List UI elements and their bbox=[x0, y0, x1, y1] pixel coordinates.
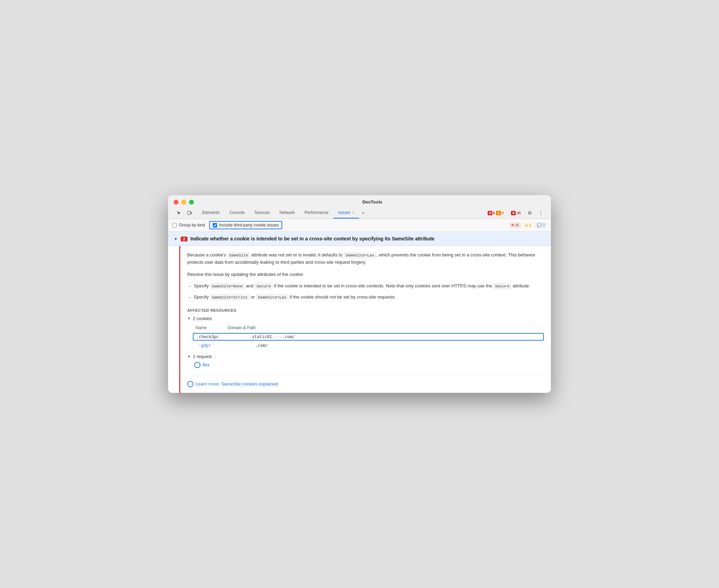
samesite-lax-code-2: SameSite=Lax bbox=[256, 294, 289, 300]
maximize-button[interactable] bbox=[189, 200, 194, 205]
col-name-header: Name bbox=[196, 325, 207, 330]
affected-resources: AFFECTED RESOURCES ▼ 2 cookies Name Doma… bbox=[187, 308, 544, 368]
error-warning-badge[interactable]: ✕ 6 ⚠ 9 bbox=[485, 210, 506, 216]
issue-group-header[interactable]: ▼ 2 Indicate whether a cookie is intende… bbox=[168, 232, 551, 246]
titlebar: DevTools Elements C bbox=[168, 195, 551, 219]
svg-rect-1 bbox=[191, 212, 192, 214]
samesite-lax-code: SameSite=Lax bbox=[344, 252, 376, 258]
toolbar-error-badge: ✕ 35 bbox=[509, 222, 521, 228]
group-by-kind-input[interactable] bbox=[172, 223, 177, 228]
request-expand-icon: ▼ bbox=[187, 355, 191, 358]
close-button[interactable] bbox=[174, 200, 179, 205]
tab-network[interactable]: Network bbox=[275, 207, 300, 218]
expand-arrow-icon: ▼ bbox=[174, 237, 178, 241]
secure-code-1: Secure bbox=[255, 283, 272, 289]
tabs-right: ✕ 6 ⚠ 9 ✕ 35 ⚙ ⋮ bbox=[485, 209, 546, 217]
cookies-table: Name Domain & Path .check3pc static01.··… bbox=[193, 324, 544, 348]
samesite-none-code: SameSite=None bbox=[210, 283, 245, 289]
issue-detail: Because a cookie's SameSite attribute wa… bbox=[179, 246, 551, 392]
toolbar-error-count: 35 bbox=[515, 223, 519, 227]
request-count-label: 1 request bbox=[193, 354, 212, 359]
issues-count: 35 bbox=[517, 211, 521, 215]
traffic-lights bbox=[174, 200, 194, 205]
error-count: 6 bbox=[493, 211, 495, 215]
warning-icon: ⚠ bbox=[496, 211, 501, 215]
issue-count-badge: 2 bbox=[181, 237, 188, 241]
cookie-2-link[interactable]: -gdpr bbox=[198, 343, 213, 348]
tab-console[interactable]: Console bbox=[224, 207, 250, 218]
issues-tab-close[interactable]: × bbox=[353, 211, 355, 215]
learn-more-section: → Learn more: SameSite cookies explained bbox=[187, 375, 544, 387]
table-row[interactable]: .check3pc static01.···.com/ bbox=[193, 333, 544, 341]
request-group: ▼ 1 request ↓ flex bbox=[187, 354, 544, 368]
toolbar-info-count: 7 bbox=[543, 223, 545, 227]
device-icon[interactable] bbox=[185, 208, 195, 218]
minimize-button[interactable] bbox=[181, 200, 186, 205]
affected-label: AFFECTED RESOURCES bbox=[187, 308, 544, 312]
more-options-icon[interactable]: ⋮ bbox=[536, 209, 545, 217]
learn-more-link[interactable]: → Learn more: SameSite cookies explained bbox=[187, 381, 544, 387]
samesite-strict-code: SameSite=Strict bbox=[210, 294, 250, 300]
cookies-expand-icon: ▼ bbox=[187, 317, 191, 320]
toolbar-badges: ✕ 35 ⚠ 1 💬 7 bbox=[509, 222, 547, 228]
svg-rect-0 bbox=[188, 211, 190, 215]
bullet-arrow-1: → bbox=[187, 283, 192, 290]
error-icon: ✕ bbox=[488, 211, 492, 215]
bullet-1-text: Specify SameSite=None and Secure if the … bbox=[194, 283, 530, 290]
group-by-kind-checkbox[interactable]: Group by kind bbox=[172, 223, 205, 228]
more-tabs-button[interactable]: » bbox=[359, 208, 367, 218]
request-flex-link[interactable]: flex bbox=[203, 362, 210, 367]
toolbar-warning-badge: ⚠ 1 bbox=[523, 222, 533, 228]
request-download-icon: ↓ bbox=[194, 362, 200, 368]
third-party-cookie-checkbox[interactable]: Include third-party cookie issues bbox=[209, 221, 282, 229]
tabs-row: Elements Console Sources Network Perform… bbox=[174, 207, 545, 218]
third-party-cookie-input[interactable] bbox=[213, 223, 217, 228]
issue-description: Because a cookie's SameSite attribute wa… bbox=[187, 252, 544, 266]
window-title: DevTools bbox=[199, 199, 545, 205]
tab-issues[interactable]: Issues × bbox=[333, 207, 360, 218]
issues-error-icon: ✕ bbox=[511, 211, 516, 215]
resolve-text: Resolve this issue by updating the attri… bbox=[187, 272, 544, 277]
bullet-item-1: → Specify SameSite=None and Secure if th… bbox=[187, 283, 544, 290]
bullet-2-text: Specify SameSite=Strict or SameSite=Lax … bbox=[194, 294, 396, 301]
bullet-arrow-2: → bbox=[187, 294, 192, 301]
tab-performance[interactable]: Performance bbox=[300, 207, 333, 218]
cookie-1-name: .check3pc bbox=[196, 334, 252, 339]
devtools-window: DevTools Elements C bbox=[168, 195, 551, 392]
toolbar-info-badge: 💬 7 bbox=[535, 222, 547, 228]
bullet-item-2: → Specify SameSite=Strict or SameSite=La… bbox=[187, 294, 544, 301]
request-group-header[interactable]: ▼ 1 request bbox=[187, 354, 544, 359]
settings-gear-icon[interactable]: ⚙ bbox=[526, 209, 534, 217]
cookie-1-domain: static01.···.com/ bbox=[252, 334, 295, 339]
request-row: ↓ flex bbox=[194, 362, 544, 368]
secure-code-2: Secure bbox=[493, 283, 511, 289]
samesite-code: SameSite bbox=[227, 252, 250, 258]
cookie-2-domain: .com/ bbox=[255, 343, 268, 348]
cookie-2-row: -gdpr .com/ bbox=[198, 342, 544, 348]
main-content: ▼ 2 Indicate whether a cookie is intende… bbox=[168, 232, 551, 392]
toolbar-warning-icon: ⚠ bbox=[525, 223, 528, 228]
table-header: Name Domain & Path bbox=[193, 324, 544, 332]
toolbar-warning-count: 1 bbox=[529, 223, 531, 227]
tab-elements[interactable]: Elements bbox=[197, 207, 224, 218]
third-party-cookie-label: Include third-party cookie issues bbox=[219, 223, 279, 228]
cookies-count-label: 2 cookies bbox=[193, 316, 212, 321]
cookies-group: ▼ 2 cookies Name Domain & Path .check3pc bbox=[187, 316, 544, 348]
tab-sources[interactable]: Sources bbox=[250, 207, 275, 218]
learn-more-text: Learn more: SameSite cookies explained bbox=[196, 381, 278, 387]
learn-more-icon: → bbox=[187, 381, 193, 387]
toolbar-error-icon: ✕ bbox=[511, 223, 514, 228]
issue-title: Indicate whether a cookie is intended to… bbox=[190, 236, 545, 241]
issues-count-badge[interactable]: ✕ 35 bbox=[508, 210, 523, 216]
col-domain-header: Domain & Path bbox=[228, 325, 256, 330]
warning-count: 9 bbox=[502, 211, 504, 215]
toolbar-info-icon: 💬 bbox=[537, 223, 542, 228]
cursor-icon[interactable] bbox=[174, 208, 183, 218]
devtools-icons bbox=[174, 208, 195, 218]
cookies-group-header[interactable]: ▼ 2 cookies bbox=[187, 316, 544, 321]
toolbar-row: Group by kind Include third-party cookie… bbox=[168, 219, 551, 232]
group-by-kind-label: Group by kind bbox=[179, 223, 205, 228]
